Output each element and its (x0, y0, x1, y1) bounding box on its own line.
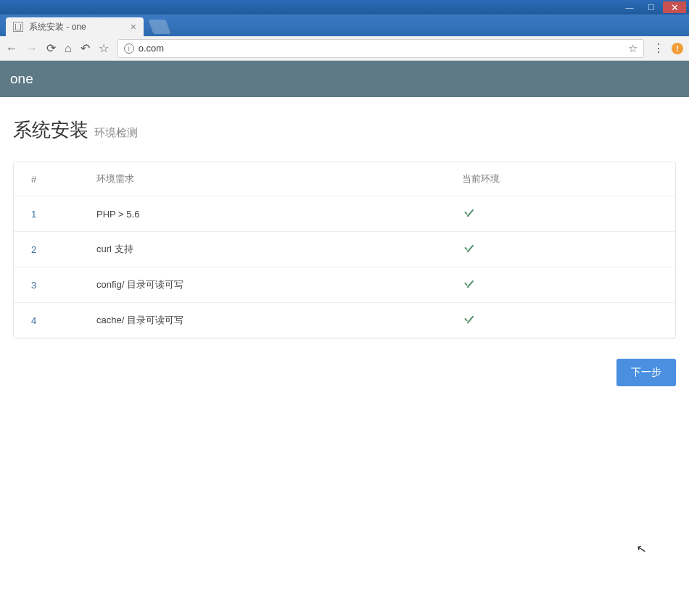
row-label: curl 支持 (96, 243, 462, 256)
bookmark-page-icon[interactable]: ☆ (628, 42, 638, 55)
row-status (462, 207, 658, 221)
window-titlebar: — ☐ ✕ (0, 0, 689, 14)
mouse-cursor-icon: ↖ (635, 541, 648, 557)
row-index: 1 (31, 209, 96, 220)
row-index: 3 (31, 280, 96, 291)
table-row: 3 config/ 目录可读可写 (14, 267, 675, 302)
site-info-icon[interactable]: i (124, 43, 134, 54)
reload-button[interactable]: ⟳ (46, 41, 56, 55)
check-icon (462, 278, 476, 292)
row-label: PHP > 5.6 (96, 209, 462, 220)
next-button[interactable]: 下一步 (616, 359, 676, 386)
url-text: o.com (139, 43, 164, 54)
table-row: 1 PHP > 5.6 (14, 196, 675, 231)
window-close-button[interactable]: ✕ (663, 1, 686, 13)
page-subtitle: 环境检测 (94, 126, 138, 140)
page-title-text: 系统安装 (13, 117, 88, 143)
window-maximize-button[interactable]: ☐ (641, 1, 661, 13)
check-icon (462, 313, 476, 328)
actions-bar: 下一步 (13, 359, 676, 386)
tab-close-icon[interactable]: × (131, 21, 136, 33)
new-tab-button[interactable] (148, 20, 170, 34)
page-icon (13, 22, 23, 32)
row-status (462, 242, 658, 257)
bookmark-star-icon[interactable]: ☆ (99, 41, 109, 55)
browser-menu-icon[interactable]: ⋮ (653, 41, 664, 55)
table-row: 4 cache/ 目录可读可写 (14, 302, 675, 338)
row-index: 2 (31, 244, 96, 255)
home-button[interactable]: ⌂ (65, 42, 72, 55)
table-header-row: # 环境需求 当前环境 (14, 162, 675, 196)
row-status (462, 278, 658, 292)
check-icon (462, 207, 476, 221)
forward-button[interactable]: → (26, 42, 38, 55)
browser-toolbar: ← → ⟳ ⌂ ↶ ☆ i o.com ☆ ⋮ ! (0, 36, 689, 61)
browser-tabstrip: 系统安装 - one × (0, 14, 689, 36)
undo-button[interactable]: ↶ (81, 41, 90, 55)
row-label: config/ 目录可读可写 (96, 278, 462, 291)
warning-badge-icon[interactable]: ! (672, 43, 683, 54)
row-index: 4 (31, 315, 96, 326)
col-index: # (31, 174, 96, 185)
tab-title: 系统安装 - one (29, 21, 86, 33)
row-label: cache/ 目录可读可写 (96, 314, 462, 327)
page-title: 系统安装 环境检测 (13, 117, 676, 143)
col-requirement: 环境需求 (96, 172, 462, 186)
back-button[interactable]: ← (6, 42, 17, 55)
app-brand: one (10, 71, 33, 87)
browser-tab[interactable]: 系统安装 - one × (6, 17, 144, 36)
col-status: 当前环境 (462, 172, 658, 186)
row-status (462, 313, 658, 328)
app-header: one (0, 61, 689, 97)
check-icon (462, 242, 476, 257)
page-content: 系统安装 环境检测 # 环境需求 当前环境 1 PHP > 5.6 2 curl… (0, 97, 689, 386)
address-bar[interactable]: i o.com ☆ (117, 39, 644, 58)
env-check-table: # 环境需求 当前环境 1 PHP > 5.6 2 curl 支持 3 conf… (13, 162, 676, 338)
window-minimize-button[interactable]: — (619, 1, 640, 13)
table-row: 2 curl 支持 (14, 231, 675, 267)
